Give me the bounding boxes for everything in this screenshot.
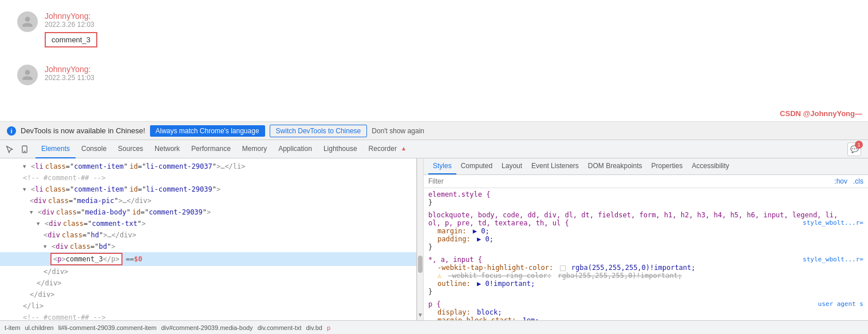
comment-text-box-1: comment_3 bbox=[45, 32, 97, 47]
html-line-media-body[interactable]: ▼ <div class="media-body" id="comment-29… bbox=[0, 206, 416, 218]
html-line-bd[interactable]: ▼ <div class="bd" > bbox=[0, 241, 416, 252]
breadcrumb-div-media-body[interactable]: div#comment-29039.media-body bbox=[161, 324, 252, 331]
styles-tab-properties[interactable]: Properties bbox=[647, 158, 688, 174]
styles-tab-computed[interactable]: Computed bbox=[456, 158, 497, 174]
style-rule-star: *, a, input { style_wbolt...r= -webkit-t… bbox=[428, 256, 863, 296]
breadcrumb-p[interactable]: p bbox=[327, 324, 330, 331]
html-line-media-pic[interactable]: <div class="media-pic" >…</div> bbox=[0, 195, 416, 206]
comment-time-1: 2022.3.26 12:03 bbox=[45, 21, 851, 29]
style-source-2[interactable]: style_wbolt...r= bbox=[803, 256, 863, 263]
dollar-zero: $0 bbox=[134, 254, 142, 264]
selected-p-tag: <p>comment_3</p> bbox=[50, 253, 123, 265]
recorder-label: Recorder bbox=[369, 145, 397, 153]
color-swatch bbox=[560, 265, 566, 271]
html-content: ▼ <li class="comment-item" id="li-commen… bbox=[0, 158, 416, 320]
comment-time-2: 2022.3.25 11:03 bbox=[45, 74, 851, 82]
html-line-close-div1[interactable]: </div> bbox=[0, 266, 416, 277]
devtools-tools bbox=[3, 143, 31, 156]
recorder-dot: ▲ bbox=[401, 145, 407, 152]
styles-tabs: Styles Computed Layout Event Listeners D… bbox=[424, 158, 868, 175]
avatar-2 bbox=[17, 65, 38, 85]
collapse-panel-btn[interactable]: ▼ bbox=[417, 312, 423, 318]
comment-content-2: JohnnyYong: 2022.3.25 11:03 bbox=[45, 65, 851, 85]
expand-arrow-media-body[interactable]: ▼ bbox=[30, 209, 37, 216]
scroll-thumb bbox=[418, 256, 423, 273]
svg-rect-0 bbox=[22, 146, 27, 153]
breadcrumb-div-bd[interactable]: div.bd bbox=[306, 324, 322, 331]
feedback-badge: 1 bbox=[855, 141, 863, 149]
html-line-close-li[interactable]: </li> bbox=[0, 300, 416, 312]
html-line-close-div3[interactable]: </div> bbox=[0, 289, 416, 300]
dont-show-again-button[interactable]: Don't show again bbox=[372, 127, 424, 135]
avatar-1 bbox=[17, 11, 38, 32]
style-source-1[interactable]: style_wbolt...r= bbox=[803, 219, 863, 226]
html-panel: ▼ <li class="comment-item" id="li-commen… bbox=[0, 158, 417, 320]
breadcrumb-t-item[interactable]: t-item bbox=[5, 324, 21, 331]
styles-filter-row: :hov .cls bbox=[424, 175, 868, 188]
expand-arrow-29039[interactable]: ▼ bbox=[23, 186, 30, 193]
styles-tab-event-listeners[interactable]: Event Listeners bbox=[527, 158, 583, 174]
tab-console[interactable]: Console bbox=[76, 140, 112, 158]
styles-content: element.style { } blockquote, body, code… bbox=[424, 188, 868, 320]
tab-performance[interactable]: Performance bbox=[186, 140, 236, 158]
html-line-close-div2[interactable]: </div> bbox=[0, 277, 416, 289]
html-line-comment-txt[interactable]: ▼ <div class="comment-txt" > bbox=[0, 218, 416, 229]
html-line-li-29039[interactable]: ▼ <li class="comment-item" id="li-commen… bbox=[0, 184, 416, 195]
styles-tab-accessibility[interactable]: Accessibility bbox=[687, 158, 733, 174]
tab-recorder[interactable]: Recorder ▲ bbox=[363, 140, 412, 158]
device-toggle-button[interactable] bbox=[18, 143, 31, 156]
feedback-button[interactable]: 💬 1 bbox=[847, 142, 861, 156]
pseudo-buttons: :hov .cls bbox=[834, 177, 863, 185]
warn-icon: ⚠ bbox=[437, 272, 441, 280]
html-line-hd[interactable]: <div class="hd" >…</div> bbox=[0, 229, 416, 241]
comment-author-1: JohnnyYong: bbox=[45, 11, 851, 21]
html-line-comment-end[interactable]: <!-- #comment-## --> bbox=[0, 312, 416, 320]
equals-sign: == bbox=[126, 254, 134, 264]
cls-button[interactable]: .cls bbox=[853, 177, 863, 185]
devtools-breadcrumb: t-item ul.children li#li-comment-29039.c… bbox=[0, 320, 868, 334]
expand-arrow-comment-txt[interactable]: ▼ bbox=[37, 220, 44, 227]
expand-arrow-bd[interactable]: ▼ bbox=[44, 243, 50, 250]
match-language-button[interactable]: Always match Chrome's language bbox=[150, 125, 265, 137]
html-line-comment-29037[interactable]: <!-- #comment-## --> bbox=[0, 172, 416, 184]
style-rule-blockquote: blockquote, body, code, dd, div, dl, dt,… bbox=[428, 211, 863, 251]
style-source-3[interactable]: user agent s bbox=[818, 300, 863, 308]
tab-memory[interactable]: Memory bbox=[236, 140, 273, 158]
tab-application[interactable]: Application bbox=[273, 140, 318, 158]
csdn-watermark: CSDN @JohnnyYong— bbox=[780, 109, 862, 118]
devtools-notification-bar: i DevTools is now available in Chinese! … bbox=[0, 122, 868, 140]
breadcrumb-div-comment-txt[interactable]: div.comment-txt bbox=[258, 324, 302, 331]
devtools-tab-bar: Elements Console Sources Network Perform… bbox=[0, 140, 868, 158]
comment-content-1: JohnnyYong: 2022.3.26 12:03 comment_3 bbox=[45, 11, 851, 47]
styles-panel: Styles Computed Layout Event Listeners D… bbox=[424, 158, 868, 320]
breadcrumb-li-29039[interactable]: li#li-comment-29039.comment-item bbox=[58, 324, 157, 331]
switch-to-chinese-button[interactable]: Switch DevTools to Chinese bbox=[270, 125, 368, 137]
tab-lighthouse[interactable]: Lighthouse bbox=[318, 140, 363, 158]
styles-tab-dom-breakpoints[interactable]: DOM Breakpoints bbox=[583, 158, 647, 174]
tab-sources[interactable]: Sources bbox=[112, 140, 149, 158]
app-content: JohnnyYong: 2022.3.26 12:03 comment_3 Jo… bbox=[0, 0, 868, 122]
styles-tab-styles[interactable]: Styles bbox=[428, 158, 456, 174]
comment-block-2: JohnnyYong: 2022.3.25 11:03 bbox=[0, 59, 868, 91]
hov-button[interactable]: :hov bbox=[834, 177, 847, 185]
devtools-main: ▼ <li class="comment-item" id="li-commen… bbox=[0, 158, 868, 320]
html-panel-scroll[interactable]: ▼ bbox=[417, 158, 424, 320]
styles-tab-layout[interactable]: Layout bbox=[497, 158, 527, 174]
tab-elements[interactable]: Elements bbox=[35, 140, 76, 158]
styles-filter-input[interactable] bbox=[428, 177, 834, 185]
breadcrumb-ul-children[interactable]: ul.children bbox=[25, 324, 54, 331]
inspect-element-button[interactable] bbox=[3, 143, 16, 156]
notification-text: DevTools is now available in Chinese! bbox=[21, 126, 145, 135]
expand-arrow[interactable]: ▼ bbox=[23, 163, 30, 170]
html-line-p-selected[interactable]: <p>comment_3</p> == $0 bbox=[0, 252, 416, 266]
style-rule-element: element.style { } bbox=[428, 190, 863, 206]
selector-element: element.style { bbox=[428, 190, 863, 198]
comment-author-2: JohnnyYong: bbox=[45, 65, 851, 74]
style-rule-p: p { user agent s display: block; margin-… bbox=[428, 300, 863, 320]
info-icon: i bbox=[7, 126, 16, 136]
tab-network[interactable]: Network bbox=[149, 140, 186, 158]
html-line-li-29037[interactable]: ▼ <li class="comment-item" id="li-commen… bbox=[0, 161, 416, 172]
comment-block-1: JohnnyYong: 2022.3.26 12:03 comment_3 bbox=[0, 6, 868, 53]
